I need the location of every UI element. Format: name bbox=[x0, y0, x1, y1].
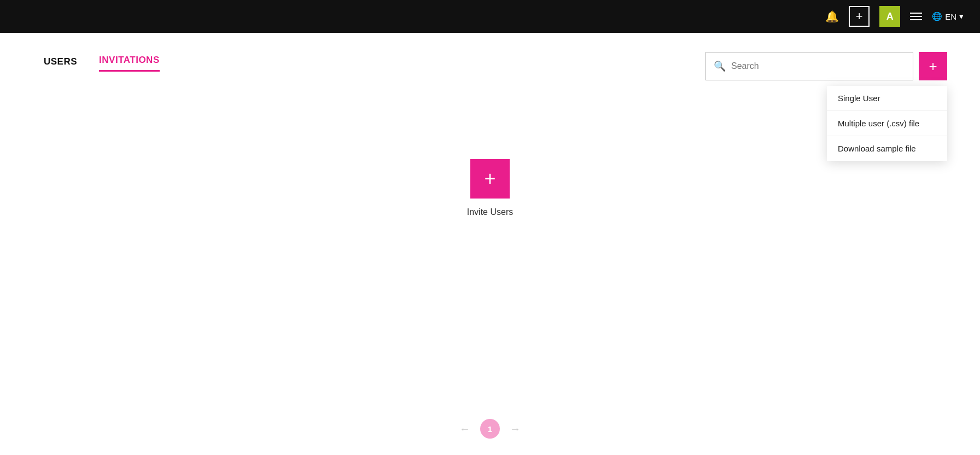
tab-invitations[interactable]: INVITATIONS bbox=[99, 55, 160, 72]
language-label: EN bbox=[945, 12, 956, 21]
navbar: 🔔 + A 🌐 EN ▾ bbox=[0, 0, 980, 33]
dropdown-item-multiple-user[interactable]: Multiple user (.csv) file bbox=[827, 111, 947, 136]
add-user-button[interactable]: + bbox=[919, 52, 947, 80]
top-controls: 🔍 + bbox=[705, 52, 947, 80]
chevron-down-icon: ▾ bbox=[959, 11, 964, 21]
tab-users[interactable]: USERS bbox=[44, 56, 77, 72]
globe-icon: 🌐 bbox=[932, 11, 942, 21]
hamburger-line-1 bbox=[910, 13, 922, 14]
dropdown-item-download-sample[interactable]: Download sample file bbox=[827, 136, 947, 161]
search-box: 🔍 bbox=[705, 52, 913, 80]
notification-icon[interactable]: 🔔 bbox=[825, 10, 839, 23]
navbar-add-button[interactable]: + bbox=[849, 6, 870, 27]
hamburger-menu-button[interactable] bbox=[910, 13, 922, 20]
pagination: ← 1 → bbox=[459, 419, 521, 439]
pagination-prev-button[interactable]: ← bbox=[459, 423, 470, 435]
page-content: USERS INVITATIONS 🔍 + Single User Multip… bbox=[0, 33, 980, 455]
pagination-next-button[interactable]: → bbox=[510, 423, 521, 435]
pagination-page-1[interactable]: 1 bbox=[480, 419, 500, 439]
hamburger-line-2 bbox=[910, 16, 922, 17]
dropdown-menu: Single User Multiple user (.csv) file Do… bbox=[827, 86, 947, 161]
search-input[interactable] bbox=[731, 61, 905, 71]
hamburger-line-3 bbox=[910, 19, 922, 20]
language-selector[interactable]: 🌐 EN ▾ bbox=[932, 11, 964, 21]
search-icon: 🔍 bbox=[714, 60, 726, 72]
dropdown-item-single-user[interactable]: Single User bbox=[827, 86, 947, 111]
invite-users-label: Invite Users bbox=[467, 207, 513, 217]
center-content: + Invite Users bbox=[44, 159, 936, 217]
navbar-plus-icon: + bbox=[856, 9, 863, 24]
invite-users-button[interactable]: + bbox=[470, 159, 510, 199]
user-avatar[interactable]: A bbox=[879, 6, 900, 27]
